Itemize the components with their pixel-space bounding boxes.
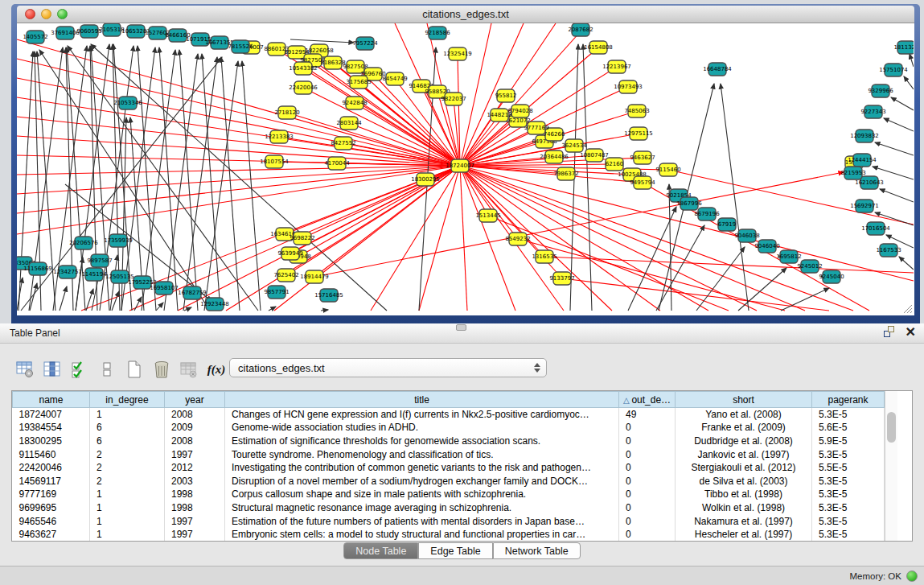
table-row[interactable]: 946362711997Embryonic stem cells: a mode… <box>13 528 885 542</box>
table-cell-in_degree[interactable]: 2 <box>90 447 165 461</box>
table-settings-button[interactable] <box>13 358 37 381</box>
graph-node[interactable]: 12213967 <box>602 60 631 73</box>
table-cell-year[interactable]: 1997 <box>165 528 225 542</box>
table-cell-year[interactable]: 2012 <box>165 461 225 475</box>
table-cell-pagerank[interactable]: 5.3E-5 <box>812 447 885 461</box>
column-header-out_de[interactable]: △ out_de… <box>619 392 676 408</box>
table-cell-title[interactable]: Structural magnetic resonance image aver… <box>225 501 619 515</box>
table-cell-out_de[interactable]: 0 <box>619 501 676 515</box>
graph-node[interactable]: 9639949 <box>277 247 302 260</box>
graph-node[interactable]: 955812 <box>495 89 517 102</box>
graph-node[interactable]: 12975115 <box>624 127 653 140</box>
table-cell-in_degree[interactable]: 1 <box>90 408 165 422</box>
table-cell-short[interactable]: Hescheler et al. (1997) <box>676 528 812 542</box>
table-cell-pagerank[interactable]: 5.6E-5 <box>812 421 885 435</box>
network-canvas[interactable]: 1872400788601238912954182260589827509818… <box>17 23 914 315</box>
table-cell-out_de[interactable]: 0 <box>619 514 676 528</box>
network-window-titlebar[interactable]: citations_edges.txt <box>17 6 914 23</box>
table-row[interactable]: 1938455462009Genome-wide association stu… <box>13 421 885 435</box>
table-cell-year[interactable]: 2003 <box>165 474 225 488</box>
graph-node[interactable]: 12093832 <box>850 130 879 142</box>
table-row[interactable]: 946554611997Estimation of the future num… <box>13 514 885 528</box>
table-cell-out_de[interactable]: 0 <box>619 435 676 448</box>
graph-node[interactable]: 9218586 <box>425 27 450 39</box>
graph-node[interactable]: 8454749 <box>382 72 407 85</box>
table-cell-name[interactable]: 9465546 <box>13 514 90 528</box>
graph-node[interactable]: 9046038 <box>734 229 759 242</box>
table-cell-in_degree[interactable]: 1 <box>90 501 165 515</box>
table-cell-out_de[interactable]: 0 <box>619 528 676 542</box>
node-table-grid[interactable]: namein_degreeyeartitle△ out_de…shortpage… <box>12 391 885 541</box>
graph-node[interactable]: 9897587 <box>87 254 112 267</box>
graph-node[interactable]: 1167533 <box>876 244 901 257</box>
graph-node[interactable]: 9245040 <box>819 270 844 283</box>
graph-node[interactable]: 22420046 <box>289 81 318 94</box>
table-cell-pagerank[interactable]: 5.5E-5 <box>812 461 885 475</box>
graph-node[interactable]: 2087682 <box>568 23 593 36</box>
graph-node[interactable]: 2803144 <box>336 117 362 130</box>
graph-node[interactable]: 9822037 <box>441 93 466 105</box>
table-scrollbar[interactable] <box>885 391 897 541</box>
graph-node[interactable]: 1811326 <box>893 41 914 54</box>
table-cell-out_de[interactable]: 49 <box>619 408 676 422</box>
graph-node[interactable]: 7625402 <box>273 269 298 282</box>
table-cell-name[interactable]: 18300295 <box>13 435 90 448</box>
table-row[interactable]: 2242004622012Investigating the contribut… <box>13 461 885 475</box>
table-row[interactable]: 969969511998Structural magnetic resonanc… <box>13 501 885 515</box>
table-cell-pagerank[interactable]: 5.3E-5 <box>812 488 885 501</box>
show-column-button[interactable] <box>40 358 64 381</box>
column-header-in_degree[interactable]: in_degree <box>90 392 165 408</box>
table-cell-in_degree[interactable]: 2 <box>90 474 165 488</box>
graph-node[interactable]: 9227343 <box>860 105 885 118</box>
table-cell-short[interactable]: Yano et al. (2008) <box>676 408 812 422</box>
table-cell-year[interactable]: 2008 <box>165 408 225 422</box>
graph-node[interactable]: 7485063 <box>624 105 649 117</box>
tab-node-table[interactable]: Node Table <box>343 542 418 559</box>
table-cell-name[interactable]: 18724007 <box>13 408 90 422</box>
graph-node[interactable]: 9463627 <box>630 151 655 164</box>
table-row[interactable]: 1872400712008Changes of HCN gene express… <box>13 408 885 422</box>
table-cell-year[interactable]: 1997 <box>165 514 225 528</box>
graph-node[interactable]: 7986372 <box>553 167 578 180</box>
graph-node[interactable]: 7957224 <box>352 37 378 50</box>
graph-node[interactable]: 8186328 <box>320 56 345 69</box>
minimize-window-icon[interactable] <box>41 9 51 19</box>
select-rows-button[interactable] <box>68 358 92 381</box>
tab-network-table[interactable]: Network Table <box>493 542 581 559</box>
column-header-short[interactable]: short <box>676 392 812 408</box>
table-cell-year[interactable]: 1998 <box>165 501 225 515</box>
graph-node[interactable]: 9060595 <box>76 25 101 38</box>
graph-node[interactable]: 8427552 <box>331 137 355 150</box>
graph-node[interactable]: 8549232 <box>505 233 530 245</box>
graph-node[interactable]: 12325419 <box>443 47 472 60</box>
graph-node[interactable]: 9329966 <box>868 84 893 97</box>
table-row[interactable]: 911546021997Tourette syndrome. Phenomeno… <box>13 447 885 461</box>
graph-node[interactable]: 1145194 <box>81 268 107 281</box>
table-cell-title[interactable]: Disruption of a novel member of a sodium… <box>225 474 619 488</box>
function-builder-button[interactable]: f(x) <box>204 358 228 381</box>
graph-node[interactable]: 1867996 <box>676 197 702 210</box>
table-cell-out_de[interactable]: 0 <box>619 421 676 435</box>
resize-grip-icon[interactable] <box>901 303 913 314</box>
close-panel-icon[interactable]: ✕ <box>906 326 916 339</box>
graph-node[interactable]: 17016504 <box>861 222 890 235</box>
graph-node[interactable]: 15751074 <box>879 64 908 76</box>
graph-node[interactable]: 15692971 <box>850 200 879 212</box>
table-cell-short[interactable]: Franke et al. (2009) <box>676 421 812 435</box>
graph-node[interactable]: 8215953 <box>840 167 865 179</box>
graph-node[interactable]: 9857791 <box>264 286 289 299</box>
table-cell-pagerank[interactable]: 5.3E-5 <box>812 501 885 515</box>
table-cell-title[interactable]: Corpus callosum shape and size in male p… <box>225 488 619 501</box>
table-cell-pagerank[interactable]: 5.3E-5 <box>812 528 885 542</box>
table-cell-name[interactable]: 22420046 <box>13 461 90 475</box>
graph-node[interactable]: 18914479 <box>300 270 329 283</box>
graph-node[interactable]: 9242848 <box>342 97 367 109</box>
graph-node[interactable]: 2718120 <box>274 106 299 119</box>
row-height-button[interactable] <box>95 358 119 381</box>
graph-node[interactable]: 18107554 <box>260 155 289 168</box>
table-cell-in_degree[interactable]: 6 <box>90 435 165 448</box>
table-cell-in_degree[interactable]: 1 <box>90 488 165 501</box>
graph-node[interactable]: 16154808 <box>584 41 613 54</box>
table-scrollbar-thumb[interactable] <box>887 412 896 443</box>
table-cell-name[interactable]: 14569117 <box>13 474 90 488</box>
